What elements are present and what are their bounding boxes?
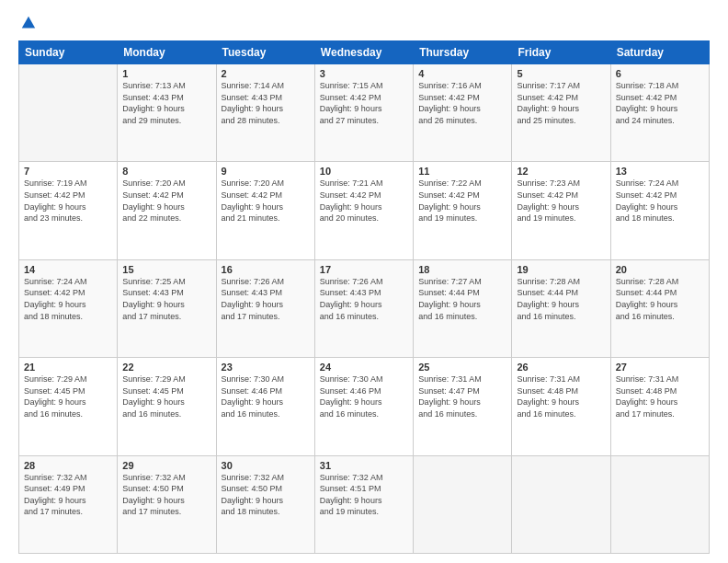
calendar-day-cell bbox=[512, 455, 610, 553]
calendar-day-cell: 8Sunrise: 7:20 AM Sunset: 4:42 PM Daylig… bbox=[118, 162, 216, 259]
day-info: Sunrise: 7:29 AM Sunset: 4:45 PM Dayligh… bbox=[122, 373, 210, 419]
day-number: 1 bbox=[122, 68, 210, 79]
calendar-day-cell: 18Sunrise: 7:27 AM Sunset: 4:44 PM Dayli… bbox=[414, 259, 512, 357]
calendar-day-cell: 27Sunrise: 7:31 AM Sunset: 4:48 PM Dayli… bbox=[610, 358, 709, 455]
day-number: 10 bbox=[320, 166, 408, 177]
day-info: Sunrise: 7:22 AM Sunset: 4:42 PM Dayligh… bbox=[418, 178, 506, 224]
day-number: 24 bbox=[320, 362, 408, 373]
calendar-day-header: Saturday bbox=[610, 41, 709, 64]
calendar-day-header: Friday bbox=[512, 41, 610, 64]
day-info: Sunrise: 7:28 AM Sunset: 4:44 PM Dayligh… bbox=[517, 276, 605, 322]
day-info: Sunrise: 7:20 AM Sunset: 4:42 PM Dayligh… bbox=[122, 178, 210, 224]
day-number: 31 bbox=[320, 460, 408, 471]
day-info: Sunrise: 7:24 AM Sunset: 4:42 PM Dayligh… bbox=[24, 276, 112, 322]
calendar-day-header: Wednesday bbox=[314, 41, 413, 64]
calendar-day-cell: 20Sunrise: 7:28 AM Sunset: 4:44 PM Dayli… bbox=[610, 259, 709, 357]
day-info: Sunrise: 7:28 AM Sunset: 4:44 PM Dayligh… bbox=[616, 276, 704, 322]
day-number: 26 bbox=[517, 362, 605, 373]
calendar-day-cell: 1Sunrise: 7:13 AM Sunset: 4:43 PM Daylig… bbox=[118, 64, 216, 162]
calendar-week-row: 7Sunrise: 7:19 AM Sunset: 4:42 PM Daylig… bbox=[19, 162, 710, 259]
calendar-day-cell: 19Sunrise: 7:28 AM Sunset: 4:44 PM Dayli… bbox=[512, 259, 610, 357]
day-number: 23 bbox=[222, 362, 310, 373]
day-number: 30 bbox=[222, 460, 310, 471]
day-info: Sunrise: 7:31 AM Sunset: 4:47 PM Dayligh… bbox=[418, 373, 506, 419]
calendar-week-row: 21Sunrise: 7:29 AM Sunset: 4:45 PM Dayli… bbox=[19, 358, 710, 455]
day-info: Sunrise: 7:27 AM Sunset: 4:44 PM Dayligh… bbox=[418, 276, 506, 322]
calendar-week-row: 1Sunrise: 7:13 AM Sunset: 4:43 PM Daylig… bbox=[19, 64, 710, 162]
calendar-day-cell: 10Sunrise: 7:21 AM Sunset: 4:42 PM Dayli… bbox=[314, 162, 413, 259]
day-info: Sunrise: 7:26 AM Sunset: 4:43 PM Dayligh… bbox=[222, 276, 310, 322]
day-info: Sunrise: 7:23 AM Sunset: 4:42 PM Dayligh… bbox=[517, 178, 605, 224]
day-number: 27 bbox=[616, 362, 704, 373]
day-info: Sunrise: 7:32 AM Sunset: 4:50 PM Dayligh… bbox=[222, 472, 310, 518]
calendar-day-cell: 7Sunrise: 7:19 AM Sunset: 4:42 PM Daylig… bbox=[19, 162, 118, 259]
day-number: 17 bbox=[320, 264, 408, 275]
day-number: 7 bbox=[24, 166, 112, 177]
calendar-day-cell: 15Sunrise: 7:25 AM Sunset: 4:43 PM Dayli… bbox=[118, 259, 216, 357]
day-info: Sunrise: 7:24 AM Sunset: 4:42 PM Dayligh… bbox=[616, 178, 704, 224]
calendar-day-header: Thursday bbox=[414, 41, 512, 64]
day-info: Sunrise: 7:15 AM Sunset: 4:42 PM Dayligh… bbox=[320, 80, 408, 126]
day-info: Sunrise: 7:30 AM Sunset: 4:46 PM Dayligh… bbox=[320, 373, 408, 419]
day-number: 2 bbox=[222, 68, 310, 79]
day-number: 25 bbox=[418, 362, 506, 373]
calendar-day-cell: 6Sunrise: 7:18 AM Sunset: 4:42 PM Daylig… bbox=[610, 64, 709, 162]
day-info: Sunrise: 7:13 AM Sunset: 4:43 PM Dayligh… bbox=[122, 80, 210, 126]
day-info: Sunrise: 7:31 AM Sunset: 4:48 PM Dayligh… bbox=[616, 373, 704, 419]
calendar-day-cell: 28Sunrise: 7:32 AM Sunset: 4:49 PM Dayli… bbox=[19, 455, 118, 553]
day-number: 13 bbox=[616, 166, 704, 177]
day-info: Sunrise: 7:32 AM Sunset: 4:51 PM Dayligh… bbox=[320, 472, 408, 518]
calendar-day-cell: 2Sunrise: 7:14 AM Sunset: 4:43 PM Daylig… bbox=[216, 64, 314, 162]
calendar-day-cell: 3Sunrise: 7:15 AM Sunset: 4:42 PM Daylig… bbox=[314, 64, 413, 162]
day-info: Sunrise: 7:32 AM Sunset: 4:50 PM Dayligh… bbox=[122, 472, 210, 518]
calendar-day-cell: 11Sunrise: 7:22 AM Sunset: 4:42 PM Dayli… bbox=[414, 162, 512, 259]
calendar-day-cell: 31Sunrise: 7:32 AM Sunset: 4:51 PM Dayli… bbox=[314, 455, 413, 553]
calendar-day-cell: 9Sunrise: 7:20 AM Sunset: 4:42 PM Daylig… bbox=[216, 162, 314, 259]
day-number: 4 bbox=[418, 68, 506, 79]
calendar-day-cell: 21Sunrise: 7:29 AM Sunset: 4:45 PM Dayli… bbox=[19, 358, 118, 455]
day-number: 16 bbox=[222, 264, 310, 275]
calendar-day-cell: 4Sunrise: 7:16 AM Sunset: 4:42 PM Daylig… bbox=[414, 64, 512, 162]
calendar-week-row: 28Sunrise: 7:32 AM Sunset: 4:49 PM Dayli… bbox=[19, 455, 710, 553]
day-info: Sunrise: 7:29 AM Sunset: 4:45 PM Dayligh… bbox=[24, 373, 112, 419]
day-number: 12 bbox=[517, 166, 605, 177]
header bbox=[18, 15, 710, 31]
calendar-week-row: 14Sunrise: 7:24 AM Sunset: 4:42 PM Dayli… bbox=[19, 259, 710, 357]
calendar-day-cell: 12Sunrise: 7:23 AM Sunset: 4:42 PM Dayli… bbox=[512, 162, 610, 259]
calendar-day-cell: 30Sunrise: 7:32 AM Sunset: 4:50 PM Dayli… bbox=[216, 455, 314, 553]
day-info: Sunrise: 7:30 AM Sunset: 4:46 PM Dayligh… bbox=[222, 373, 310, 419]
calendar-day-cell: 13Sunrise: 7:24 AM Sunset: 4:42 PM Dayli… bbox=[610, 162, 709, 259]
day-info: Sunrise: 7:26 AM Sunset: 4:43 PM Dayligh… bbox=[320, 276, 408, 322]
day-info: Sunrise: 7:32 AM Sunset: 4:49 PM Dayligh… bbox=[24, 472, 112, 518]
day-number: 8 bbox=[122, 166, 210, 177]
calendar-day-cell bbox=[610, 455, 709, 553]
day-number: 22 bbox=[122, 362, 210, 373]
day-number: 3 bbox=[320, 68, 408, 79]
calendar-day-cell bbox=[414, 455, 512, 553]
calendar-day-cell: 26Sunrise: 7:31 AM Sunset: 4:48 PM Dayli… bbox=[512, 358, 610, 455]
calendar-day-header: Tuesday bbox=[216, 41, 314, 64]
day-number: 21 bbox=[24, 362, 112, 373]
day-number: 19 bbox=[517, 264, 605, 275]
calendar-day-cell: 17Sunrise: 7:26 AM Sunset: 4:43 PM Dayli… bbox=[314, 259, 413, 357]
day-info: Sunrise: 7:21 AM Sunset: 4:42 PM Dayligh… bbox=[320, 178, 408, 224]
day-number: 11 bbox=[418, 166, 506, 177]
page: SundayMondayTuesdayWednesdayThursdayFrid… bbox=[0, 0, 728, 563]
day-number: 6 bbox=[616, 68, 704, 79]
calendar-header-row: SundayMondayTuesdayWednesdayThursdayFrid… bbox=[19, 41, 710, 64]
calendar-day-cell: 22Sunrise: 7:29 AM Sunset: 4:45 PM Dayli… bbox=[118, 358, 216, 455]
calendar-day-header: Monday bbox=[118, 41, 216, 64]
day-number: 5 bbox=[517, 68, 605, 79]
day-number: 14 bbox=[24, 264, 112, 275]
svg-marker-0 bbox=[22, 17, 35, 29]
day-info: Sunrise: 7:19 AM Sunset: 4:42 PM Dayligh… bbox=[24, 178, 112, 224]
day-number: 9 bbox=[222, 166, 310, 177]
day-info: Sunrise: 7:18 AM Sunset: 4:42 PM Dayligh… bbox=[616, 80, 704, 126]
day-info: Sunrise: 7:16 AM Sunset: 4:42 PM Dayligh… bbox=[418, 80, 506, 126]
day-number: 28 bbox=[24, 460, 112, 471]
day-number: 29 bbox=[122, 460, 210, 471]
day-info: Sunrise: 7:20 AM Sunset: 4:42 PM Dayligh… bbox=[222, 178, 310, 224]
calendar-day-cell: 16Sunrise: 7:26 AM Sunset: 4:43 PM Dayli… bbox=[216, 259, 314, 357]
calendar-day-cell: 24Sunrise: 7:30 AM Sunset: 4:46 PM Dayli… bbox=[314, 358, 413, 455]
calendar-day-header: Sunday bbox=[19, 41, 118, 64]
